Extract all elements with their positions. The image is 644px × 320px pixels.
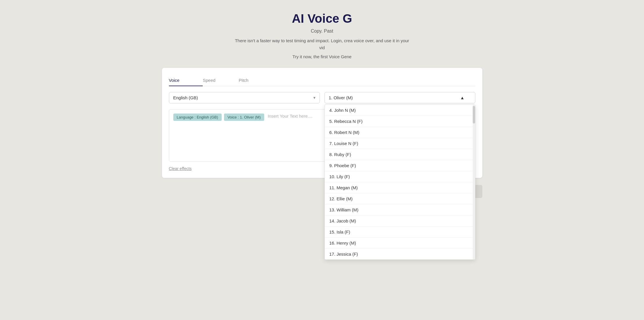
scrollbar-thumb [473, 106, 475, 123]
try-now-text: Try it now, the first Voice Gene [162, 54, 482, 59]
language-badge: Language : English (GB) [173, 114, 222, 121]
dropdown-item-15[interactable]: 15. Isla (F) [325, 227, 473, 238]
voice-select-display[interactable]: 1. Oliver (M) ▲ [324, 92, 475, 103]
voice-select-chevron-icon: ▲ [460, 95, 465, 100]
main-panel: Voice Speed Pitch English (GB) English (… [162, 68, 482, 178]
dropdown-item-14[interactable]: 14. Jacob (M) [325, 215, 473, 227]
dropdown-item-11[interactable]: 11. Megan (M) [325, 182, 473, 193]
header-section: AI Voice G Copy. Past There isn't a fast… [162, 12, 482, 59]
dropdown-item-7[interactable]: 7. Louise N (F) [325, 138, 473, 149]
dropdown-scrollbar-wrapper: 4. John N (M) 5. Rebecca N (F) 6. Robert… [325, 105, 475, 259]
dropdown-item-8[interactable]: 8. Ruby (F) [325, 149, 473, 160]
controls-row: English (GB) English (US) French Spanish… [169, 92, 475, 103]
voice-select-wrapper: 1. Oliver (M) ▲ 4. John N (M) 5. Rebecca… [324, 92, 475, 103]
dropdown-list-area: 4. John N (M) 5. Rebecca N (F) 6. Robert… [325, 105, 473, 259]
description: There isn't a faster way to test timing … [235, 37, 410, 51]
dropdown-item-9[interactable]: 9. Phoebe (F) [325, 160, 473, 171]
language-select-wrapper: English (GB) English (US) French Spanish… [169, 92, 320, 103]
tab-pitch[interactable]: Pitch [239, 75, 272, 86]
page-container: AI Voice G Copy. Past There isn't a fast… [162, 12, 482, 198]
dropdown-item-12[interactable]: 12. Ellie (M) [325, 193, 473, 204]
page-title: AI Voice G [162, 12, 482, 26]
dropdown-item-5[interactable]: 5. Rebecca N (F) [325, 116, 473, 127]
subtitle: Copy. Past [162, 29, 482, 34]
tabs-row: Voice Speed Pitch [169, 75, 475, 86]
dropdown-item-13[interactable]: 13. William (M) [325, 204, 473, 215]
tab-voice[interactable]: Voice [169, 75, 203, 86]
dropdown-item-4[interactable]: 4. John N (M) [325, 105, 473, 116]
dropdown-item-6[interactable]: 6. Robert N (M) [325, 127, 473, 138]
dropdown-item-16[interactable]: 16. Henry (M) [325, 238, 473, 249]
clear-effects-link[interactable]: Clear effects [169, 166, 192, 171]
dropdown-item-10[interactable]: 10. Lily (F) [325, 171, 473, 182]
voice-dropdown: 4. John N (M) 5. Rebecca N (F) 6. Robert… [324, 105, 475, 260]
language-select[interactable]: English (GB) English (US) French Spanish… [169, 92, 320, 103]
voice-badge: Voice : 1. Oliver (M) [224, 114, 264, 121]
text-placeholder: Insert Your Text here.... [268, 114, 313, 121]
scrollbar-track [473, 105, 475, 259]
voice-select-value: 1. Oliver (M) [329, 95, 353, 100]
tab-speed[interactable]: Speed [203, 75, 239, 86]
dropdown-item-17[interactable]: 17. Jessica (F) [325, 249, 473, 259]
